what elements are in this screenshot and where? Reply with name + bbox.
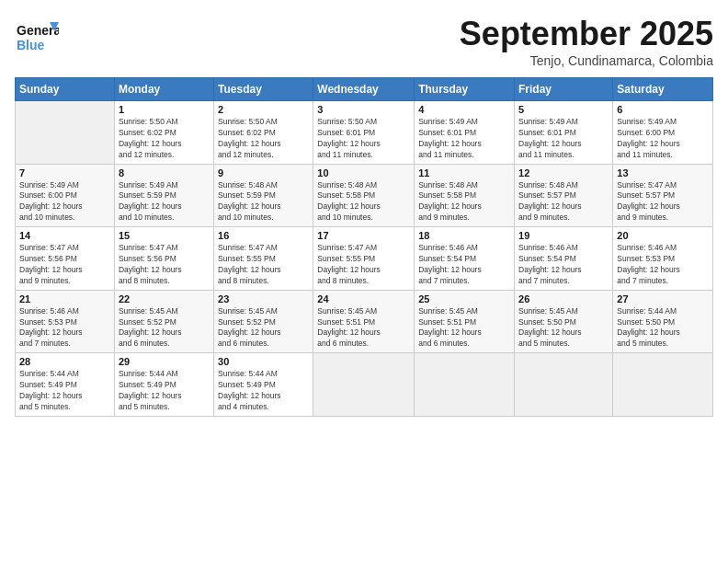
day-number: 9 xyxy=(218,167,309,178)
day-info: Sunrise: 5:45 AM Sunset: 5:51 PM Dayligh… xyxy=(317,306,410,350)
day-info: Sunrise: 5:49 AM Sunset: 5:59 PM Dayligh… xyxy=(119,180,210,224)
calendar-cell: 17Sunrise: 5:47 AM Sunset: 5:55 PM Dayli… xyxy=(313,227,415,291)
day-number: 3 xyxy=(317,104,410,115)
day-info: Sunrise: 5:46 AM Sunset: 5:54 PM Dayligh… xyxy=(418,243,510,287)
day-info: Sunrise: 5:45 AM Sunset: 5:52 PM Dayligh… xyxy=(218,306,309,350)
week-row-1: 1Sunrise: 5:50 AM Sunset: 6:02 PM Daylig… xyxy=(16,101,713,165)
week-row-5: 28Sunrise: 5:44 AM Sunset: 5:49 PM Dayli… xyxy=(16,353,713,417)
calendar-cell: 24Sunrise: 5:45 AM Sunset: 5:51 PM Dayli… xyxy=(313,290,415,353)
day-number: 14 xyxy=(19,230,110,241)
day-number: 28 xyxy=(19,356,110,367)
day-info: Sunrise: 5:49 AM Sunset: 6:00 PM Dayligh… xyxy=(19,180,110,224)
day-number: 22 xyxy=(119,293,210,304)
calendar-cell: 2Sunrise: 5:50 AM Sunset: 6:02 PM Daylig… xyxy=(214,101,313,165)
calendar-cell: 7Sunrise: 5:49 AM Sunset: 6:00 PM Daylig… xyxy=(16,164,115,227)
calendar-cell: 1Sunrise: 5:50 AM Sunset: 6:02 PM Daylig… xyxy=(114,101,213,165)
day-number: 21 xyxy=(19,293,110,304)
calendar-cell: 20Sunrise: 5:46 AM Sunset: 5:53 PM Dayli… xyxy=(613,227,713,291)
calendar-cell: 18Sunrise: 5:46 AM Sunset: 5:54 PM Dayli… xyxy=(415,227,515,291)
calendar-cell: 10Sunrise: 5:48 AM Sunset: 5:58 PM Dayli… xyxy=(313,164,415,227)
day-number: 20 xyxy=(617,230,709,241)
week-row-3: 14Sunrise: 5:47 AM Sunset: 5:56 PM Dayli… xyxy=(16,227,713,291)
day-number: 30 xyxy=(218,356,309,367)
day-info: Sunrise: 5:50 AM Sunset: 6:01 PM Dayligh… xyxy=(317,117,410,161)
page: General Blue September 2025 Tenjo, Cundi… xyxy=(0,0,728,563)
day-info: Sunrise: 5:44 AM Sunset: 5:49 PM Dayligh… xyxy=(19,369,110,413)
calendar-cell: 5Sunrise: 5:49 AM Sunset: 6:01 PM Daylig… xyxy=(515,101,613,165)
day-info: Sunrise: 5:50 AM Sunset: 6:02 PM Dayligh… xyxy=(218,117,309,161)
day-info: Sunrise: 5:47 AM Sunset: 5:55 PM Dayligh… xyxy=(317,243,410,287)
week-row-4: 21Sunrise: 5:46 AM Sunset: 5:53 PM Dayli… xyxy=(16,290,713,353)
day-header-tuesday: Tuesday xyxy=(214,78,313,101)
calendar-cell: 13Sunrise: 5:47 AM Sunset: 5:57 PM Dayli… xyxy=(613,164,713,227)
day-number: 29 xyxy=(119,356,210,367)
calendar-table: SundayMondayTuesdayWednesdayThursdayFrid… xyxy=(15,77,713,417)
calendar-cell: 4Sunrise: 5:49 AM Sunset: 6:01 PM Daylig… xyxy=(415,101,515,165)
calendar-cell: 30Sunrise: 5:44 AM Sunset: 5:49 PM Dayli… xyxy=(214,353,313,417)
day-number: 4 xyxy=(418,104,510,115)
calendar-cell: 16Sunrise: 5:47 AM Sunset: 5:55 PM Dayli… xyxy=(214,227,313,291)
calendar-cell xyxy=(515,353,613,417)
day-info: Sunrise: 5:46 AM Sunset: 5:53 PM Dayligh… xyxy=(19,306,110,350)
month-title: September 2025 xyxy=(460,15,713,53)
calendar-cell: 22Sunrise: 5:45 AM Sunset: 5:52 PM Dayli… xyxy=(114,290,213,353)
calendar-cell: 21Sunrise: 5:46 AM Sunset: 5:53 PM Dayli… xyxy=(16,290,115,353)
day-number: 5 xyxy=(518,104,609,115)
logo: General Blue xyxy=(15,15,59,63)
day-number: 24 xyxy=(317,293,410,304)
day-number: 15 xyxy=(119,230,210,241)
day-number: 25 xyxy=(418,293,510,304)
day-header-monday: Monday xyxy=(114,78,213,101)
day-number: 26 xyxy=(518,293,609,304)
day-number: 12 xyxy=(518,167,609,178)
day-number: 8 xyxy=(119,167,210,178)
day-number: 7 xyxy=(19,167,110,178)
location-subtitle: Tenjo, Cundinamarca, Colombia xyxy=(460,53,713,68)
calendar-cell: 11Sunrise: 5:48 AM Sunset: 5:58 PM Dayli… xyxy=(415,164,515,227)
week-row-2: 7Sunrise: 5:49 AM Sunset: 6:00 PM Daylig… xyxy=(16,164,713,227)
calendar-cell xyxy=(415,353,515,417)
calendar-cell: 9Sunrise: 5:48 AM Sunset: 5:59 PM Daylig… xyxy=(214,164,313,227)
calendar-cell xyxy=(16,101,115,165)
day-info: Sunrise: 5:46 AM Sunset: 5:53 PM Dayligh… xyxy=(617,243,709,287)
day-info: Sunrise: 5:44 AM Sunset: 5:50 PM Dayligh… xyxy=(617,306,709,350)
day-info: Sunrise: 5:46 AM Sunset: 5:54 PM Dayligh… xyxy=(518,243,609,287)
title-block: September 2025 Tenjo, Cundinamarca, Colo… xyxy=(460,15,713,68)
day-info: Sunrise: 5:45 AM Sunset: 5:50 PM Dayligh… xyxy=(518,306,609,350)
calendar-cell: 6Sunrise: 5:49 AM Sunset: 6:00 PM Daylig… xyxy=(613,101,713,165)
day-info: Sunrise: 5:49 AM Sunset: 6:01 PM Dayligh… xyxy=(418,117,510,161)
calendar-cell: 14Sunrise: 5:47 AM Sunset: 5:56 PM Dayli… xyxy=(16,227,115,291)
day-info: Sunrise: 5:48 AM Sunset: 5:58 PM Dayligh… xyxy=(418,180,510,224)
day-number: 10 xyxy=(317,167,410,178)
logo-icon: General Blue xyxy=(15,15,59,59)
day-info: Sunrise: 5:48 AM Sunset: 5:57 PM Dayligh… xyxy=(518,180,609,224)
day-header-wednesday: Wednesday xyxy=(313,78,415,101)
day-info: Sunrise: 5:50 AM Sunset: 6:02 PM Dayligh… xyxy=(119,117,210,161)
day-info: Sunrise: 5:48 AM Sunset: 5:59 PM Dayligh… xyxy=(218,180,309,224)
day-number: 13 xyxy=(617,167,709,178)
day-number: 6 xyxy=(617,104,709,115)
day-info: Sunrise: 5:47 AM Sunset: 5:55 PM Dayligh… xyxy=(218,243,309,287)
day-info: Sunrise: 5:45 AM Sunset: 5:52 PM Dayligh… xyxy=(119,306,210,350)
day-info: Sunrise: 5:48 AM Sunset: 5:58 PM Dayligh… xyxy=(317,180,410,224)
calendar-cell: 27Sunrise: 5:44 AM Sunset: 5:50 PM Dayli… xyxy=(613,290,713,353)
day-header-thursday: Thursday xyxy=(415,78,515,101)
calendar-cell xyxy=(613,353,713,417)
calendar-cell: 15Sunrise: 5:47 AM Sunset: 5:56 PM Dayli… xyxy=(114,227,213,291)
day-info: Sunrise: 5:49 AM Sunset: 6:00 PM Dayligh… xyxy=(617,117,709,161)
day-info: Sunrise: 5:44 AM Sunset: 5:49 PM Dayligh… xyxy=(218,369,309,413)
day-number: 1 xyxy=(119,104,210,115)
calendar-cell: 25Sunrise: 5:45 AM Sunset: 5:51 PM Dayli… xyxy=(415,290,515,353)
header: General Blue September 2025 Tenjo, Cundi… xyxy=(15,15,713,68)
calendar-cell xyxy=(313,353,415,417)
day-header-friday: Friday xyxy=(515,78,613,101)
day-number: 16 xyxy=(218,230,309,241)
calendar-cell: 19Sunrise: 5:46 AM Sunset: 5:54 PM Dayli… xyxy=(515,227,613,291)
calendar-cell: 3Sunrise: 5:50 AM Sunset: 6:01 PM Daylig… xyxy=(313,101,415,165)
day-number: 18 xyxy=(418,230,510,241)
day-info: Sunrise: 5:47 AM Sunset: 5:57 PM Dayligh… xyxy=(617,180,709,224)
day-info: Sunrise: 5:45 AM Sunset: 5:51 PM Dayligh… xyxy=(418,306,510,350)
day-number: 11 xyxy=(418,167,510,178)
day-info: Sunrise: 5:49 AM Sunset: 6:01 PM Dayligh… xyxy=(518,117,609,161)
calendar-cell: 8Sunrise: 5:49 AM Sunset: 5:59 PM Daylig… xyxy=(114,164,213,227)
